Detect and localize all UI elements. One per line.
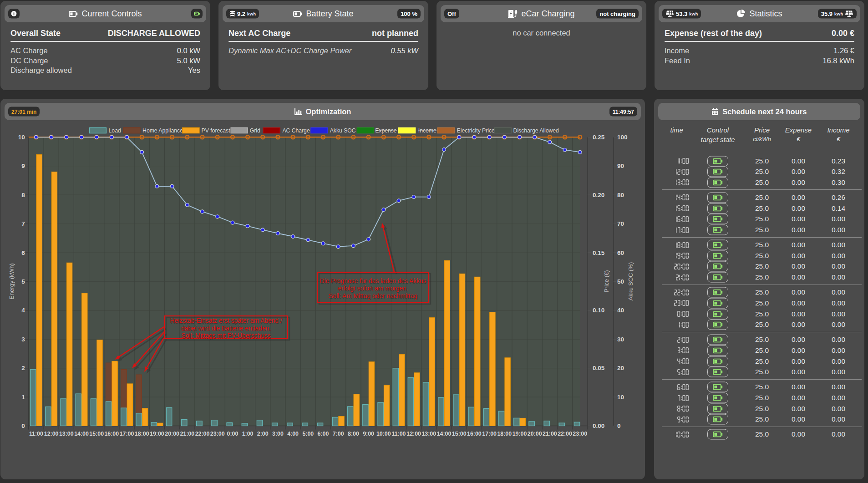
svg-text:10: 10 xyxy=(18,134,25,141)
svg-text:erfolgt sofort am morgen.: erfolgt sofort am morgen. xyxy=(338,285,408,292)
svg-text:13:00: 13:00 xyxy=(421,431,436,437)
svg-text:0: 0 xyxy=(21,422,25,429)
svg-text:AC Charge: AC Charge xyxy=(282,127,310,134)
svg-text:18:00: 18:00 xyxy=(135,431,149,437)
svg-text:20:00: 20:00 xyxy=(165,431,179,437)
svg-text:7: 7 xyxy=(21,220,25,227)
svg-text:50: 50 xyxy=(617,278,624,285)
svg-text:8:00: 8:00 xyxy=(348,431,359,437)
svg-text:Grid: Grid xyxy=(250,127,260,134)
svg-text:2: 2 xyxy=(21,365,25,371)
svg-text:Home Appliance: Home Appliance xyxy=(142,127,183,134)
svg-text:Die Prognose für das laden des: Die Prognose für das laden des Akkus xyxy=(320,278,426,285)
svg-text:40: 40 xyxy=(617,307,624,314)
svg-text:14:00: 14:00 xyxy=(74,431,89,437)
svg-text:5:00: 5:00 xyxy=(302,431,314,437)
svg-text:0.10: 0.10 xyxy=(593,307,604,314)
svg-text:0:00: 0:00 xyxy=(227,431,238,437)
svg-text:4:00: 4:00 xyxy=(287,431,299,437)
svg-text:Expense: Expense xyxy=(375,127,397,134)
svg-text:Soll: Am Mittag oder nachmitta: Soll: Am Mittag oder nachmittag xyxy=(329,293,417,300)
svg-text:Electricity Price: Electricity Price xyxy=(457,127,495,134)
svg-text:80: 80 xyxy=(617,192,624,198)
svg-text:20: 20 xyxy=(617,365,624,371)
svg-text:6:00: 6:00 xyxy=(318,431,329,437)
svg-text:12:00: 12:00 xyxy=(44,431,59,437)
svg-text:17:00: 17:00 xyxy=(120,431,134,437)
svg-text:0.25: 0.25 xyxy=(593,134,605,141)
svg-text:4: 4 xyxy=(21,307,25,314)
svg-text:11:00: 11:00 xyxy=(391,431,406,437)
svg-text:21:00: 21:00 xyxy=(543,431,557,437)
svg-text:1:00: 1:00 xyxy=(242,431,254,437)
svg-text:0.00: 0.00 xyxy=(593,422,604,429)
svg-text:23:00: 23:00 xyxy=(210,431,225,437)
svg-text:Energy (kWh): Energy (kWh) xyxy=(8,263,15,299)
svg-text:Income: Income xyxy=(418,127,437,134)
svg-text:22:00: 22:00 xyxy=(195,431,210,437)
svg-text:11:00: 11:00 xyxy=(29,431,43,437)
svg-text:1: 1 xyxy=(21,394,25,401)
svg-text:Akku SOC: Akku SOC xyxy=(330,127,356,134)
svg-text:15:00: 15:00 xyxy=(89,431,104,437)
svg-text:0: 0 xyxy=(617,422,621,429)
svg-text:18:00: 18:00 xyxy=(497,431,512,437)
svg-text:dabei wird die Batterie entlad: dabei wird die Batterie entladen. xyxy=(181,325,271,332)
svg-text:20:00: 20:00 xyxy=(528,431,542,437)
svg-text:21:00: 21:00 xyxy=(180,431,194,437)
svg-text:10: 10 xyxy=(617,394,624,401)
svg-text:Discharge Allowed: Discharge Allowed xyxy=(513,127,559,134)
svg-text:23:00: 23:00 xyxy=(573,431,587,437)
svg-text:0.15: 0.15 xyxy=(593,249,605,256)
svg-text:16:00: 16:00 xyxy=(104,431,119,437)
svg-text:16:00: 16:00 xyxy=(467,431,482,437)
svg-text:3:00: 3:00 xyxy=(272,431,284,437)
svg-text:19:00: 19:00 xyxy=(150,431,164,437)
svg-text:0.05: 0.05 xyxy=(593,365,605,371)
svg-text:3: 3 xyxy=(21,336,25,343)
svg-text:90: 90 xyxy=(617,163,624,169)
svg-text:12:00: 12:00 xyxy=(406,431,421,437)
svg-text:10:00: 10:00 xyxy=(376,431,391,437)
svg-text:60: 60 xyxy=(617,249,624,256)
svg-text:9:00: 9:00 xyxy=(363,431,374,437)
svg-text:Akku SOC (%): Akku SOC (%) xyxy=(627,262,634,301)
svg-text:17:00: 17:00 xyxy=(482,431,497,437)
svg-text:5: 5 xyxy=(21,278,25,285)
svg-text:7:00: 7:00 xyxy=(333,431,344,437)
svg-text:6: 6 xyxy=(21,249,25,256)
svg-text:22:00: 22:00 xyxy=(558,431,572,437)
svg-text:0.20: 0.20 xyxy=(593,192,604,198)
svg-text:15:00: 15:00 xyxy=(452,431,467,437)
svg-text:2:00: 2:00 xyxy=(257,431,269,437)
svg-text:Load: Load xyxy=(109,127,121,134)
svg-text:30: 30 xyxy=(617,336,624,343)
svg-text:13:00: 13:00 xyxy=(59,431,74,437)
svg-text:Heizstab-Einsatz erst später a: Heizstab-Einsatz erst später am Abend / xyxy=(170,317,282,324)
svg-text:Soll: Mittags mit PV-Überschus: Soll: Mittags mit PV-Überschuss xyxy=(181,331,270,339)
svg-text:100: 100 xyxy=(617,134,628,141)
svg-text:PV forecast: PV forecast xyxy=(202,127,231,134)
svg-text:Price (€): Price (€) xyxy=(603,270,610,292)
svg-text:70: 70 xyxy=(617,220,624,227)
svg-text:14:00: 14:00 xyxy=(437,431,452,437)
svg-text:19:00: 19:00 xyxy=(513,431,527,437)
svg-text:9: 9 xyxy=(21,163,25,169)
svg-text:8: 8 xyxy=(21,192,25,198)
